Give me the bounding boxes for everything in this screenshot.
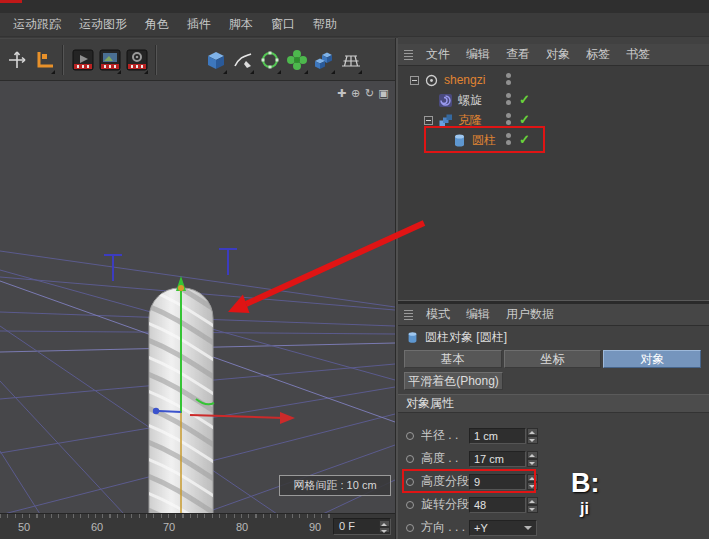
am-menu-edit[interactable]: 编辑 <box>459 304 497 325</box>
main-toolbar <box>0 38 395 80</box>
object-label[interactable]: 螺旋 <box>458 92 482 109</box>
menu-window[interactable]: 窗口 <box>262 13 304 36</box>
orientation-value: +Y <box>474 521 524 535</box>
menu-character[interactable]: 角色 <box>136 13 178 36</box>
spline-pen-icon[interactable] <box>229 42 256 78</box>
popup-corner <box>51 70 55 74</box>
menu-help[interactable]: 帮助 <box>304 13 346 36</box>
tree-row-shengzi[interactable]: shengzi <box>398 70 709 90</box>
visibility-dots[interactable] <box>506 93 511 105</box>
am-menu-userdata[interactable]: 用户数据 <box>499 304 561 325</box>
om-menu-objects[interactable]: 对象 <box>539 44 577 65</box>
keyframe-dot-icon[interactable] <box>406 432 414 440</box>
object-tree: shengzi 螺旋 ✓ 克隆 <box>398 66 709 300</box>
popup-corner <box>358 70 362 74</box>
popup-corner <box>117 70 121 74</box>
enable-check-icon[interactable]: ✓ <box>519 92 530 107</box>
timeline-ticks <box>0 514 330 518</box>
current-frame-value: 0 F <box>339 519 378 534</box>
cylinder-object-icon <box>452 133 467 148</box>
om-menu-file[interactable]: 文件 <box>419 44 457 65</box>
visibility-dots[interactable] <box>506 73 511 85</box>
zoom-icon[interactable]: ⊕ <box>350 86 361 100</box>
primitive-cube-icon[interactable] <box>202 42 229 78</box>
height-input[interactable]: 17 cm <box>469 451 526 467</box>
null-object-icon <box>424 73 439 88</box>
enable-check-icon[interactable]: ✓ <box>519 112 530 127</box>
tree-row-cylinder[interactable]: 圆柱 ✓ <box>398 130 709 150</box>
orientation-dropdown[interactable]: +Y <box>469 520 537 536</box>
collapse-icon[interactable] <box>410 76 419 85</box>
toggle-view-icon[interactable]: ▣ <box>378 86 389 100</box>
timeline-ruler[interactable]: 50 60 70 80 90 0 F <box>0 513 395 539</box>
field-height-segments: 高度分段 9 <box>398 470 709 493</box>
tree-row-helix[interactable]: 螺旋 ✓ <box>398 90 709 110</box>
om-menu-edit[interactable]: 编辑 <box>459 44 497 65</box>
render-picture-viewer-icon[interactable] <box>96 42 123 78</box>
rotation-segments-input[interactable]: 48 <box>469 497 526 513</box>
grip-icon[interactable] <box>404 49 413 60</box>
rotate-icon[interactable]: ↻ <box>364 86 375 100</box>
object-label[interactable]: 克隆 <box>458 112 482 129</box>
current-frame-field[interactable]: 0 F <box>333 518 391 535</box>
mograph-flower-icon[interactable] <box>283 42 310 78</box>
tree-row-cloner[interactable]: 克隆 ✓ <box>398 110 709 130</box>
grip-icon[interactable] <box>404 309 413 320</box>
spiral-deformer-icon <box>438 93 453 108</box>
enable-check-icon[interactable]: ✓ <box>519 132 530 147</box>
timeline-tick-label: 60 <box>91 521 103 533</box>
render-view-icon[interactable] <box>69 42 96 78</box>
popup-corner <box>250 70 254 74</box>
menu-motion-tracking[interactable]: 运动跟踪 <box>4 13 70 36</box>
om-menu-view[interactable]: 查看 <box>499 44 537 65</box>
collapse-icon[interactable] <box>424 116 433 125</box>
object-label[interactable]: shengzi <box>444 73 485 87</box>
rotation-segments-stepper[interactable] <box>527 497 538 513</box>
viewport-nav-bar: ✚ ⊕ ↻ ▣ <box>336 86 389 100</box>
floor-grid-icon[interactable] <box>337 42 364 78</box>
array-cubes-icon[interactable] <box>310 42 337 78</box>
field-label: 高度 . . <box>421 450 469 467</box>
field-label: 旋转分段 <box>421 496 469 513</box>
deformer-handle-icons <box>104 249 237 281</box>
popup-corner <box>331 70 335 74</box>
menu-plugins[interactable]: 插件 <box>178 13 220 36</box>
frame-stepper[interactable] <box>379 520 390 533</box>
om-menu-tags[interactable]: 标签 <box>579 44 617 65</box>
visibility-dots[interactable] <box>506 113 511 125</box>
keyframe-dot-icon[interactable] <box>406 501 414 509</box>
tab-phong[interactable]: 平滑着色(Phong) <box>404 372 503 390</box>
height-stepper[interactable] <box>527 451 538 467</box>
keyframe-dot-icon[interactable] <box>406 478 414 486</box>
timeline-tick-label: 90 <box>309 521 321 533</box>
menu-mograph[interactable]: 运动图形 <box>70 13 136 36</box>
radius-input[interactable]: 1 cm <box>469 428 526 444</box>
radius-stepper[interactable] <box>527 428 538 444</box>
axis-tool-icon[interactable] <box>3 42 30 78</box>
tab-coordinates[interactable]: 坐标 <box>504 350 602 368</box>
height-segments-input[interactable]: 9 <box>469 474 526 490</box>
object-label[interactable]: 圆柱 <box>472 132 496 149</box>
render-settings-icon[interactable] <box>123 42 150 78</box>
height-segments-stepper[interactable] <box>527 474 538 490</box>
keyframe-dot-icon[interactable] <box>406 524 414 532</box>
attribute-manager-menubar: 模式 编辑 用户数据 <box>398 304 709 326</box>
am-menu-mode[interactable]: 模式 <box>419 304 457 325</box>
toolbar-separator <box>62 45 64 75</box>
menu-script[interactable]: 脚本 <box>220 13 262 36</box>
attribute-tabs: 基本 坐标 对象 <box>404 350 703 370</box>
popup-corner <box>144 70 148 74</box>
spline-circle-icon[interactable] <box>256 42 283 78</box>
attribute-title: 圆柱对象 [圆柱] <box>425 329 507 346</box>
grid-spacing-label: 网格间距 : 10 cm <box>279 475 391 496</box>
keyframe-dot-icon[interactable] <box>406 455 414 463</box>
workplane-corner-icon[interactable] <box>30 42 57 78</box>
tab-basic[interactable]: 基本 <box>404 350 502 368</box>
pan-icon[interactable]: ✚ <box>336 86 347 100</box>
viewport-3d[interactable]: ✚ ⊕ ↻ ▣ 网格间距 : 10 cm <box>0 80 395 513</box>
top-accent-mark <box>0 0 22 3</box>
tab-object[interactable]: 对象 <box>603 350 701 368</box>
field-height: 高度 . . 17 cm <box>398 447 709 470</box>
visibility-dots[interactable] <box>506 133 511 145</box>
om-menu-bookmarks[interactable]: 书签 <box>619 44 657 65</box>
